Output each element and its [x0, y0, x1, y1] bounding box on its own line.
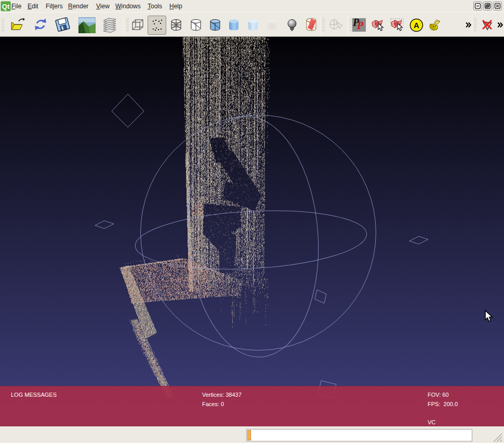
svg-text:Qt: Qt	[2, 3, 10, 10]
svg-text:A: A	[414, 21, 419, 30]
